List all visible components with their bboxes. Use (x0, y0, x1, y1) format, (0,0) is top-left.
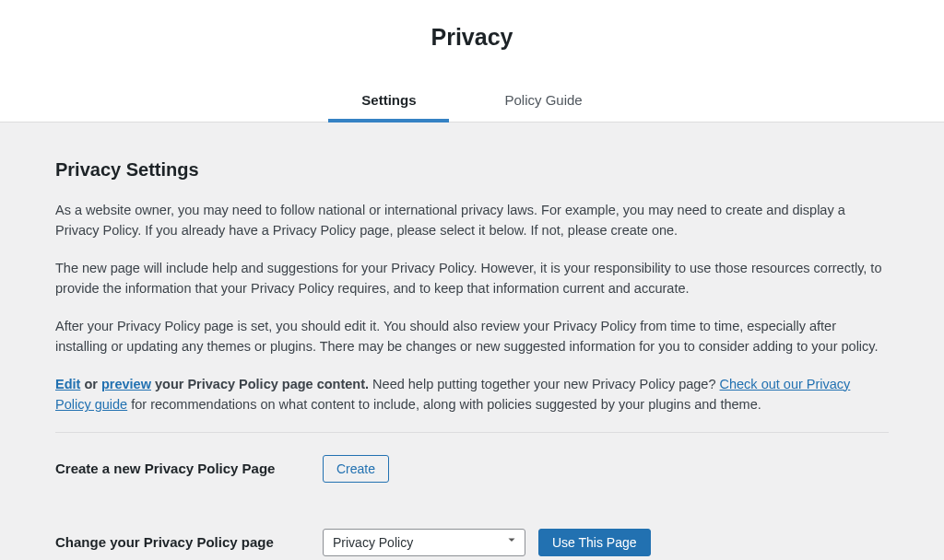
rest-text: for recommendations on what content to i… (127, 397, 761, 412)
preview-link[interactable]: preview (101, 377, 151, 391)
page-select[interactable]: Privacy Policy (323, 529, 525, 556)
change-row: Change your Privacy Policy page Privacy … (55, 529, 889, 556)
intro-paragraph-4: Edit or preview your Privacy Policy page… (55, 374, 889, 415)
change-label: Change your Privacy Policy page (55, 532, 286, 554)
use-this-page-button[interactable]: Use This Page (538, 529, 651, 556)
create-label: Create a new Privacy Policy Page (55, 459, 286, 480)
create-button[interactable]: Create (323, 455, 389, 483)
page-title: Privacy (0, 20, 944, 55)
intro-paragraph-3: After your Privacy Policy page is set, y… (55, 316, 889, 357)
divider (55, 432, 889, 433)
create-row: Create a new Privacy Policy Page Create (55, 455, 889, 483)
tab-settings[interactable]: Settings (354, 83, 423, 122)
edit-link[interactable]: Edit (55, 377, 80, 391)
tab-policy-guide[interactable]: Policy Guide (497, 83, 589, 122)
intro-paragraph-1: As a website owner, you may need to foll… (55, 200, 889, 241)
intro-paragraph-2: The new page will include help and sugge… (55, 258, 889, 299)
tabs-nav: Settings Policy Guide (0, 83, 944, 123)
or-text: or (80, 377, 101, 391)
bold-rest-text: your Privacy Policy page content. (151, 377, 369, 391)
content-area: Privacy Settings As a website owner, you… (0, 122, 944, 560)
section-title: Privacy Settings (55, 156, 889, 183)
help-text: Need help putting together your new Priv… (372, 377, 719, 391)
